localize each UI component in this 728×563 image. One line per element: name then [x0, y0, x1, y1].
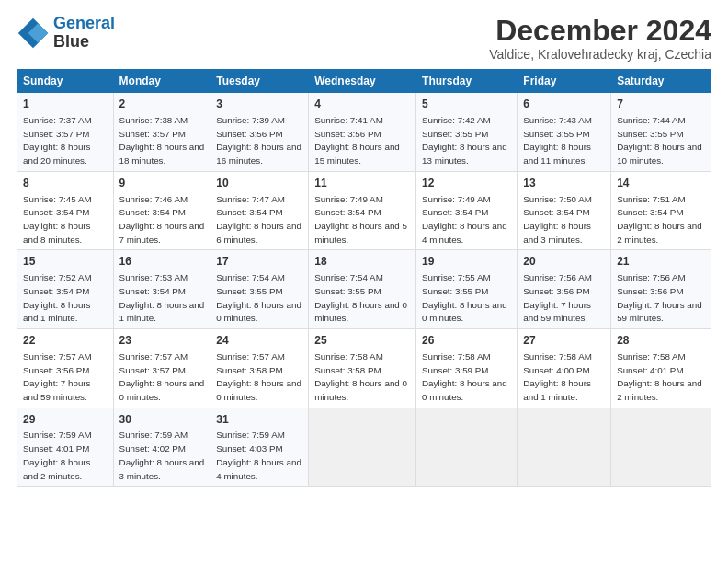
- day-number: 1: [23, 97, 108, 112]
- day-number: 18: [314, 254, 410, 270]
- day-cell: 16Sunrise: 7:53 AMSunset: 3:54 PMDayligh…: [113, 250, 210, 329]
- day-cell: 25Sunrise: 7:58 AMSunset: 3:58 PMDayligh…: [309, 329, 416, 408]
- col-header-saturday: Saturday: [611, 70, 711, 93]
- sunrise-info: Sunrise: 7:47 AMSunset: 3:54 PMDaylight:…: [216, 194, 301, 245]
- week-row-2: 8Sunrise: 7:45 AMSunset: 3:54 PMDaylight…: [17, 171, 711, 250]
- sunrise-info: Sunrise: 7:46 AMSunset: 3:54 PMDaylight:…: [119, 194, 205, 245]
- sunrise-info: Sunrise: 7:52 AMSunset: 3:54 PMDaylight:…: [23, 272, 92, 323]
- day-number: 2: [119, 97, 205, 112]
- day-number: 28: [617, 333, 705, 349]
- sunrise-info: Sunrise: 7:43 AMSunset: 3:55 PMDaylight:…: [523, 115, 592, 166]
- day-cell: 20Sunrise: 7:56 AMSunset: 3:56 PMDayligh…: [518, 250, 611, 329]
- title-block: December 2024 Valdice, Kralovehradecky k…: [489, 15, 711, 62]
- sunrise-info: Sunrise: 7:53 AMSunset: 3:54 PMDaylight:…: [119, 272, 205, 323]
- day-number: 11: [314, 176, 410, 191]
- day-number: 17: [216, 254, 302, 270]
- day-number: 29: [23, 412, 108, 428]
- day-cell: 3Sunrise: 7:39 AMSunset: 3:56 PMDaylight…: [210, 93, 309, 172]
- day-cell: 15Sunrise: 7:52 AMSunset: 3:54 PMDayligh…: [17, 250, 114, 329]
- calendar-table: SundayMondayTuesdayWednesdayThursdayFrid…: [17, 69, 711, 487]
- sunrise-info: Sunrise: 7:45 AMSunset: 3:54 PMDaylight:…: [23, 194, 92, 245]
- day-cell: 22Sunrise: 7:57 AMSunset: 3:56 PMDayligh…: [17, 329, 114, 408]
- main-title: December 2024: [489, 15, 711, 47]
- day-cell: 4Sunrise: 7:41 AMSunset: 3:56 PMDaylight…: [309, 93, 416, 172]
- sunrise-info: Sunrise: 7:59 AMSunset: 4:02 PMDaylight:…: [119, 430, 205, 480]
- sunrise-info: Sunrise: 7:42 AMSunset: 3:55 PMDaylight:…: [422, 115, 507, 166]
- day-number: 30: [119, 412, 205, 428]
- sunrise-info: Sunrise: 7:58 AMSunset: 4:01 PMDaylight:…: [617, 351, 702, 402]
- sunrise-info: Sunrise: 7:44 AMSunset: 3:55 PMDaylight:…: [617, 115, 702, 166]
- day-number: 21: [617, 254, 705, 270]
- day-cell: 23Sunrise: 7:57 AMSunset: 3:57 PMDayligh…: [113, 329, 210, 408]
- day-number: 6: [523, 97, 605, 112]
- logo-icon: [17, 17, 50, 50]
- day-cell: 28Sunrise: 7:58 AMSunset: 4:01 PMDayligh…: [611, 329, 711, 408]
- day-cell: 9Sunrise: 7:46 AMSunset: 3:54 PMDaylight…: [113, 171, 210, 250]
- day-cell: 5Sunrise: 7:42 AMSunset: 3:55 PMDaylight…: [416, 93, 518, 172]
- day-number: 26: [422, 333, 511, 349]
- day-cell: 7Sunrise: 7:44 AMSunset: 3:55 PMDaylight…: [611, 93, 711, 172]
- sunrise-info: Sunrise: 7:54 AMSunset: 3:55 PMDaylight:…: [216, 272, 301, 323]
- sunrise-info: Sunrise: 7:58 AMSunset: 3:59 PMDaylight:…: [422, 351, 507, 402]
- sunrise-info: Sunrise: 7:39 AMSunset: 3:56 PMDaylight:…: [216, 115, 301, 166]
- sunrise-info: Sunrise: 7:49 AMSunset: 3:54 PMDaylight:…: [422, 194, 507, 245]
- week-row-1: 1Sunrise: 7:37 AMSunset: 3:57 PMDaylight…: [17, 93, 711, 172]
- sunrise-info: Sunrise: 7:58 AMSunset: 3:58 PMDaylight:…: [314, 351, 407, 402]
- day-cell: 18Sunrise: 7:54 AMSunset: 3:55 PMDayligh…: [309, 250, 416, 329]
- day-cell: 26Sunrise: 7:58 AMSunset: 3:59 PMDayligh…: [416, 329, 518, 408]
- day-cell: 6Sunrise: 7:43 AMSunset: 3:55 PMDaylight…: [518, 93, 611, 172]
- header-row: General Blue December 2024 Valdice, Kral…: [17, 15, 711, 62]
- sunrise-info: Sunrise: 7:59 AMSunset: 4:03 PMDaylight:…: [216, 430, 301, 480]
- day-number: 16: [119, 254, 205, 270]
- sunrise-info: Sunrise: 7:49 AMSunset: 3:54 PMDaylight:…: [314, 194, 407, 245]
- sunrise-info: Sunrise: 7:50 AMSunset: 3:54 PMDaylight:…: [523, 194, 592, 245]
- col-header-monday: Monday: [113, 70, 210, 93]
- day-number: 20: [523, 254, 605, 270]
- day-cell: 8Sunrise: 7:45 AMSunset: 3:54 PMDaylight…: [17, 171, 114, 250]
- week-row-5: 29Sunrise: 7:59 AMSunset: 4:01 PMDayligh…: [17, 408, 711, 487]
- day-cell: 24Sunrise: 7:57 AMSunset: 3:58 PMDayligh…: [210, 329, 309, 408]
- day-cell: 1Sunrise: 7:37 AMSunset: 3:57 PMDaylight…: [17, 93, 114, 172]
- day-cell: [518, 408, 611, 487]
- sunrise-info: Sunrise: 7:59 AMSunset: 4:01 PMDaylight:…: [23, 430, 92, 480]
- sunrise-info: Sunrise: 7:56 AMSunset: 3:56 PMDaylight:…: [617, 272, 702, 323]
- page-container: General Blue December 2024 Valdice, Kral…: [0, 0, 728, 496]
- day-cell: 29Sunrise: 7:59 AMSunset: 4:01 PMDayligh…: [17, 408, 114, 487]
- day-number: 8: [23, 176, 108, 191]
- day-number: 25: [314, 333, 410, 349]
- sunrise-info: Sunrise: 7:41 AMSunset: 3:56 PMDaylight:…: [314, 115, 400, 166]
- day-number: 9: [119, 176, 205, 191]
- col-header-sunday: Sunday: [17, 70, 114, 93]
- sunrise-info: Sunrise: 7:57 AMSunset: 3:57 PMDaylight:…: [119, 351, 205, 402]
- sunrise-info: Sunrise: 7:51 AMSunset: 3:54 PMDaylight:…: [617, 194, 702, 245]
- col-header-thursday: Thursday: [416, 70, 518, 93]
- day-cell: 30Sunrise: 7:59 AMSunset: 4:02 PMDayligh…: [113, 408, 210, 487]
- day-number: 5: [422, 97, 511, 112]
- sunrise-info: Sunrise: 7:54 AMSunset: 3:55 PMDaylight:…: [314, 272, 407, 323]
- week-row-3: 15Sunrise: 7:52 AMSunset: 3:54 PMDayligh…: [17, 250, 711, 329]
- day-cell: 13Sunrise: 7:50 AMSunset: 3:54 PMDayligh…: [518, 171, 611, 250]
- sunrise-info: Sunrise: 7:55 AMSunset: 3:55 PMDaylight:…: [422, 272, 507, 323]
- day-cell: [309, 408, 416, 487]
- day-cell: 31Sunrise: 7:59 AMSunset: 4:03 PMDayligh…: [210, 408, 309, 487]
- day-cell: 14Sunrise: 7:51 AMSunset: 3:54 PMDayligh…: [611, 171, 711, 250]
- sunrise-info: Sunrise: 7:57 AMSunset: 3:56 PMDaylight:…: [23, 351, 92, 402]
- day-number: 4: [314, 97, 410, 112]
- day-number: 14: [617, 176, 705, 191]
- day-number: 3: [216, 97, 302, 112]
- week-row-4: 22Sunrise: 7:57 AMSunset: 3:56 PMDayligh…: [17, 329, 711, 408]
- logo-text: General Blue: [53, 15, 115, 52]
- day-cell: 27Sunrise: 7:58 AMSunset: 4:00 PMDayligh…: [518, 329, 611, 408]
- day-number: 19: [422, 254, 511, 270]
- day-number: 24: [216, 333, 302, 349]
- sunrise-info: Sunrise: 7:58 AMSunset: 4:00 PMDaylight:…: [523, 351, 592, 402]
- day-number: 31: [216, 412, 302, 428]
- day-cell: [611, 408, 711, 487]
- col-header-tuesday: Tuesday: [210, 70, 309, 93]
- day-number: 7: [617, 97, 705, 112]
- day-number: 15: [23, 254, 108, 270]
- day-number: 10: [216, 176, 302, 191]
- day-cell: 17Sunrise: 7:54 AMSunset: 3:55 PMDayligh…: [210, 250, 309, 329]
- col-header-friday: Friday: [518, 70, 611, 93]
- logo: General Blue: [17, 15, 115, 52]
